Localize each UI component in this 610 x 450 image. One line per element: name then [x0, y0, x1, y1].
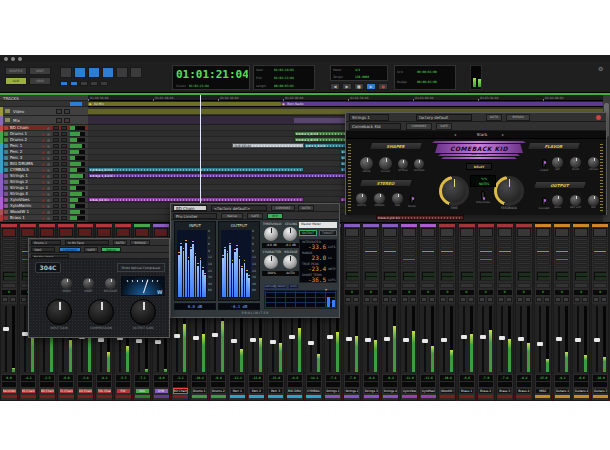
mute-button[interactable] — [448, 297, 454, 302]
pan-readout[interactable]: 0 — [498, 290, 512, 295]
knob-output-spill[interactable] — [552, 195, 563, 206]
auto-button[interactable]: AUTO — [486, 114, 502, 121]
volume-readout[interactable]: -12.6 — [421, 375, 435, 381]
solo-button[interactable] — [53, 138, 59, 142]
insert-slot[interactable] — [460, 250, 474, 253]
automation-mode-button[interactable] — [421, 283, 435, 288]
knob-shaper-attack[interactable] — [398, 159, 408, 169]
volume-readout[interactable]: -4.2 — [21, 375, 35, 381]
solo-button[interactable] — [593, 297, 599, 302]
solo-button[interactable] — [53, 150, 59, 154]
fader-cap[interactable] — [480, 335, 486, 339]
mute-button[interactable] — [410, 297, 416, 302]
insert-slot[interactable] — [440, 246, 454, 249]
tempo-value[interactable]: 120.0000 — [355, 75, 369, 79]
track-name-plate[interactable]: XyloMarim — [421, 388, 436, 394]
volume-readout[interactable]: -8.1 — [97, 375, 111, 381]
insert-slot[interactable] — [364, 266, 378, 269]
mixer-strip[interactable]: 0-8.8Strings 3 — [362, 223, 380, 401]
io-selector[interactable] — [479, 271, 493, 281]
insert-slot[interactable] — [421, 262, 435, 265]
fader-track[interactable] — [539, 306, 541, 372]
solo-button[interactable] — [53, 144, 59, 148]
track-name-plate[interactable]: XyloVibes — [402, 388, 417, 394]
volume-readout[interactable]: -7.2 — [135, 375, 149, 381]
insert-slot[interactable] — [345, 250, 359, 253]
pan-readout[interactable]: 0 — [421, 290, 435, 295]
knob-stereo-spread[interactable] — [374, 193, 385, 204]
insert-slot[interactable] — [460, 238, 474, 241]
automation-mode-button[interactable] — [383, 283, 397, 288]
plugin-selector[interactable]: Comeback Kid — [349, 123, 401, 130]
preset-selector[interactable]: In My Face — [65, 240, 109, 245]
record-enable-button[interactable] — [42, 217, 45, 220]
mute-button[interactable] — [61, 132, 67, 136]
insert-slot[interactable] — [421, 238, 435, 241]
insert-slot[interactable] — [574, 238, 588, 241]
track-name-plate[interactable]: BD Chain — [173, 388, 188, 394]
fader-cap[interactable] — [461, 335, 467, 339]
trimmer-tool[interactable] — [74, 67, 86, 78]
solo-button[interactable] — [53, 126, 59, 130]
insert-slot[interactable] — [555, 242, 569, 245]
automation-mode-button[interactable] — [402, 283, 416, 288]
record-enable-button[interactable] — [42, 157, 45, 160]
track-name-plate[interactable]: Brass 2 — [478, 388, 493, 394]
insert-slot[interactable] — [421, 242, 435, 245]
solo-button[interactable] — [517, 297, 523, 302]
track-name-plate[interactable]: Drums 2 — [211, 388, 226, 394]
mixer-strip[interactable]: 0-10.8WoodW 1 — [438, 223, 456, 401]
insert-slot[interactable] — [2, 250, 16, 253]
track-name[interactable]: WoodW 1 — [10, 210, 40, 214]
input-monitor-button[interactable] — [47, 187, 50, 190]
insert-slot[interactable] — [383, 238, 397, 241]
mute-button[interactable] — [61, 126, 67, 130]
mute-button[interactable] — [372, 297, 378, 302]
selection-end[interactable]: 01:01:21:04 — [274, 76, 294, 80]
fader-cap[interactable] — [499, 336, 505, 340]
insert-slot[interactable] — [555, 238, 569, 241]
automation-mode-button[interactable] — [593, 283, 607, 288]
insert-slot[interactable] — [536, 266, 550, 269]
input-monitor-button[interactable] — [47, 157, 50, 160]
safe-button[interactable]: SAFE — [247, 213, 263, 219]
insert-slot[interactable] — [402, 246, 416, 249]
volume-readout[interactable]: -11.6 — [249, 375, 263, 381]
grid-value[interactable]: 00:00:01:00 — [417, 70, 437, 74]
track-name[interactable]: CYMBALS — [10, 168, 40, 172]
mute-button[interactable] — [429, 297, 435, 302]
insert-slot[interactable] — [574, 254, 588, 257]
track-name[interactable]: XyloMarim — [10, 204, 40, 208]
edit-view-selector[interactable] — [70, 102, 82, 106]
solo-button[interactable] — [574, 297, 580, 302]
mixer-strip[interactable]: 0-7.9Strings 2 — [343, 223, 361, 401]
insert-slot[interactable] — [440, 266, 454, 269]
insert-slot[interactable] — [574, 246, 588, 249]
track-name-plate[interactable]: WoodW 1 — [440, 388, 455, 394]
mute-button[interactable] — [601, 297, 607, 302]
insert-slot[interactable] — [364, 254, 378, 257]
fader-cap[interactable] — [365, 338, 371, 342]
insert-slot[interactable] — [2, 258, 16, 261]
track-name[interactable]: Perc 1 — [10, 144, 40, 148]
insert-slot[interactable] — [593, 266, 607, 269]
knob-knee[interactable] — [83, 278, 94, 289]
insert-slot[interactable] — [460, 266, 474, 269]
knob-threshold[interactable] — [264, 227, 278, 241]
transport-rewind[interactable]: ◀ — [330, 83, 340, 90]
record-enable-button[interactable] — [42, 151, 45, 154]
zoomer-tool[interactable] — [60, 67, 72, 78]
fader-cap[interactable] — [422, 339, 428, 343]
track-name[interactable]: Video — [13, 109, 49, 114]
track-name[interactable]: Strings 4 — [10, 192, 40, 196]
insert-slot[interactable] — [421, 254, 435, 257]
volume-readout[interactable]: -2.5 — [40, 375, 54, 381]
volume-readout[interactable]: -3.8 — [78, 375, 92, 381]
mixer-strip[interactable]: 0-9.4Strings 4 — [381, 223, 399, 401]
insert-slot[interactable] — [402, 242, 416, 245]
record-enable-button[interactable] — [42, 127, 45, 130]
track-name-plate[interactable]: Guitars 2 — [574, 388, 589, 394]
track-name-plate[interactable]: Guitars 3 — [593, 388, 608, 394]
input-monitor-button[interactable] — [47, 211, 50, 214]
nudge-value[interactable]: 00:00:01:00 — [417, 80, 437, 84]
